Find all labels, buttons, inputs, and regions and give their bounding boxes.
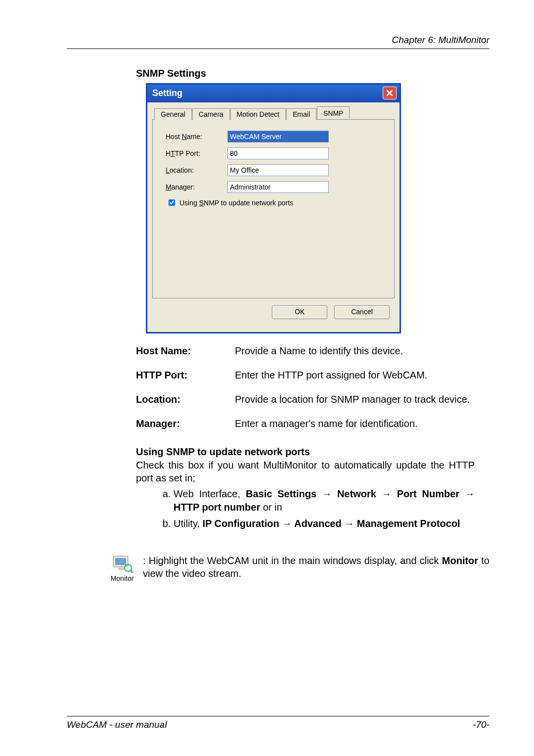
input-manager[interactable] [227,181,329,193]
tab-email[interactable]: Email [286,108,316,120]
input-location[interactable] [227,164,329,176]
monitor-row: Monitor : Highlight the WebCAM unit in t… [106,554,490,583]
close-button[interactable] [383,87,397,99]
path-item-a: Web Interface, Basic Settings → Network … [174,487,490,514]
subheading-snmp-update: Using SNMP to update network ports [136,446,490,458]
label-manager: Manager: [166,183,227,191]
def-term: Host Name: [136,344,235,358]
monitor-bold: Monitor [442,555,478,566]
checkbox-label: Using SNMP to update network ports [179,199,293,207]
page-footer: WebCAM - user manual -70- [67,716,490,730]
tab-motion-detect[interactable]: Motion Detect [230,108,286,120]
tab-snmp[interactable]: SNMP [317,106,350,119]
footer-right: -70- [473,719,490,730]
close-icon [386,90,393,96]
def-desc: Provide a Name to identify this device. [235,344,475,358]
footer-left: WebCAM - user manual [67,719,167,730]
label-host-name: Host Name: [166,133,227,141]
accesskey-manager: M [166,183,172,191]
settings-dialog: Setting General Camera Motion Detect Ema… [146,83,401,333]
path-list: Web Interface, Basic Settings → Network … [156,487,490,530]
accesskey-snmp: S [199,199,204,207]
path-item-b: Utility, IP Configuration → Advanced → M… [174,517,490,530]
svg-rect-2 [118,568,124,570]
tab-general[interactable]: General [154,108,192,120]
dialog-button-row: OK Cancel [152,305,390,319]
accesskey-host: N [182,133,187,141]
path-b-prefix: Utility, [174,518,203,529]
dialog-titlebar: Setting [147,85,400,102]
row-snmp-checkbox: Using SNMP to update network ports [167,198,384,207]
ok-button[interactable]: OK [272,305,327,319]
definitions: Host Name: Provide a Name to identify th… [136,344,475,430]
monitor-icon-block: Monitor [106,554,138,583]
path-b-bold: IP Configuration → Advanced → Management… [203,518,460,529]
row-location: Location: [166,164,384,176]
def-desc: Enter a manager's name for identificatio… [235,417,475,430]
def-term: Location: [136,393,235,406]
tab-camera[interactable]: Camera [192,108,230,120]
monitor-icon [111,554,133,573]
monitor-icon-label: Monitor [106,574,138,583]
svg-line-4 [131,570,133,573]
def-term: Manager: [136,417,235,430]
snmp-intro-text: Check this box if you want MultiMonitor … [136,459,475,484]
accesskey-location: L [166,166,170,174]
svg-rect-1 [115,558,126,565]
dialog-title: Setting [152,88,182,98]
row-manager: Manager: [166,181,384,193]
label-location: Location: [166,166,227,174]
def-manager: Manager: Enter a manager's name for iden… [136,417,475,430]
path-a-prefix: Web Interface, [174,488,246,499]
accesskey-http: T [171,149,175,157]
def-http-port: HTTP Port: Enter the HTTP port assigned … [136,369,475,382]
chapter-header: Chapter 6: MultiMonitor [67,35,490,49]
dialog-body: General Camera Motion Detect Email SNMP … [147,102,400,332]
def-location: Location: Provide a location for SNMP ma… [136,393,475,406]
input-http-port[interactable] [227,147,329,159]
tab-bar: General Camera Motion Detect Email SNMP [154,106,395,119]
def-host-name: Host Name: Provide a Name to identify th… [136,344,475,358]
path-a-suffix: or in [260,502,282,513]
def-desc: Enter the HTTP port assigned for WebCAM. [235,369,475,382]
row-host-name: Host Name: [166,131,384,142]
label-http-port: HTTP Port: [166,149,227,157]
monitor-prefix: : Highlight the WebCAM unit in the main … [143,555,442,566]
def-term: HTTP Port: [136,369,235,382]
tab-pane-snmp: Host Name: HTTP Port: Location: Manager: [152,119,395,298]
monitor-text: : Highlight the WebCAM unit in the main … [143,554,490,580]
cancel-button[interactable]: Cancel [334,305,390,319]
input-host-name[interactable] [227,131,329,142]
def-desc: Provide a location for SNMP manager to t… [235,393,475,406]
checkbox-snmp-update[interactable] [169,199,175,206]
section-title: SNMP Settings [136,68,490,79]
row-http-port: HTTP Port: [166,147,384,159]
